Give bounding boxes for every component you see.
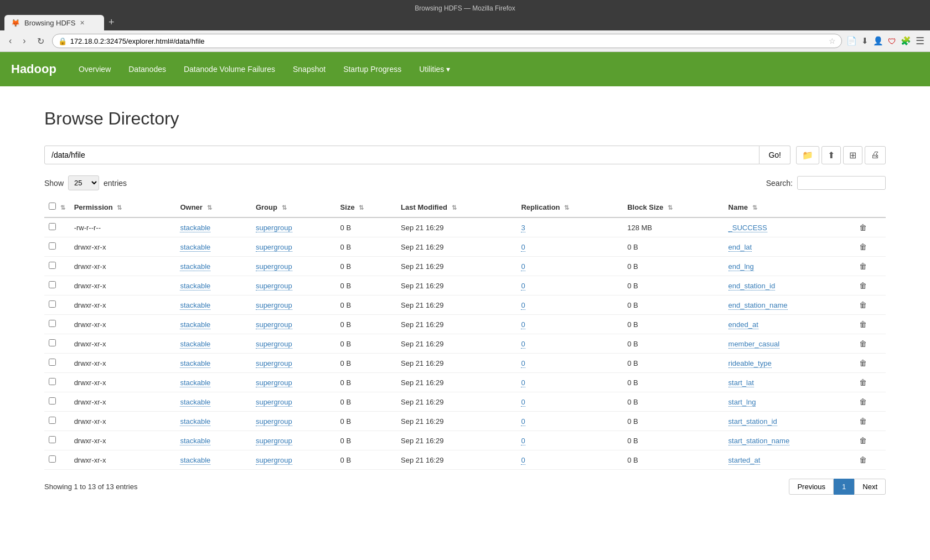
owner-link[interactable]: stackable <box>180 456 210 465</box>
delete-button[interactable]: 🗑 <box>859 339 867 348</box>
search-input[interactable] <box>797 176 886 190</box>
url-input[interactable] <box>70 37 825 45</box>
browser-tab[interactable]: 🦊 Browsing HDFS × <box>4 15 104 30</box>
forward-button[interactable]: › <box>19 35 29 47</box>
owner-link[interactable]: stackable <box>180 320 210 329</box>
shield-icon[interactable]: 🛡 <box>888 37 896 46</box>
group-link[interactable]: supergroup <box>256 456 292 465</box>
new-tab-button[interactable]: + <box>106 14 117 30</box>
group-link[interactable]: supergroup <box>256 243 292 252</box>
delete-button[interactable]: 🗑 <box>859 455 867 464</box>
tab-close-button[interactable]: × <box>80 18 84 27</box>
group-link[interactable]: supergroup <box>256 301 292 310</box>
owner-link[interactable]: stackable <box>180 359 210 368</box>
replication-link[interactable]: 0 <box>521 398 525 407</box>
name-link[interactable]: ended_at <box>728 320 758 329</box>
extensions-icon[interactable]: 🧩 <box>901 36 911 46</box>
row-checkbox[interactable] <box>49 223 56 230</box>
col-group[interactable]: Group ⇅ <box>251 197 336 217</box>
owner-link[interactable]: stackable <box>180 224 210 232</box>
delete-button[interactable]: 🗑 <box>859 397 867 406</box>
table-action-button[interactable]: ⊞ <box>843 146 862 164</box>
group-link[interactable]: supergroup <box>256 437 292 445</box>
replication-link[interactable]: 0 <box>521 243 525 252</box>
row-checkbox[interactable] <box>49 242 56 250</box>
menu-icon[interactable]: ☰ <box>916 35 924 47</box>
row-checkbox[interactable] <box>49 436 56 443</box>
group-link[interactable]: supergroup <box>256 378 292 387</box>
nav-startup-progress[interactable]: Startup Progress <box>334 54 410 85</box>
refresh-button[interactable]: ↻ <box>34 35 48 48</box>
name-link[interactable]: start_station_id <box>728 417 777 426</box>
owner-link[interactable]: stackable <box>180 398 210 407</box>
delete-button[interactable]: 🗑 <box>859 320 867 329</box>
col-permission[interactable]: Permission ⇅ <box>70 197 176 217</box>
owner-link[interactable]: stackable <box>180 301 210 310</box>
delete-button[interactable]: 🗑 <box>859 359 867 367</box>
name-link[interactable]: member_casual <box>728 340 780 349</box>
nav-utilities[interactable]: Utilities ▾ <box>410 54 459 85</box>
go-button[interactable]: Go! <box>760 146 790 164</box>
row-checkbox[interactable] <box>49 320 56 327</box>
replication-link[interactable]: 0 <box>521 456 525 465</box>
upload-action-button[interactable]: ⬆ <box>822 146 841 164</box>
row-checkbox[interactable] <box>49 359 56 366</box>
row-checkbox[interactable] <box>49 281 56 288</box>
nav-datanode-volume-failures[interactable]: Datanode Volume Failures <box>175 54 284 85</box>
group-link[interactable]: supergroup <box>256 320 292 329</box>
row-checkbox[interactable] <box>49 339 56 346</box>
row-checkbox[interactable] <box>49 397 56 405</box>
path-input[interactable] <box>44 146 760 164</box>
replication-link[interactable]: 0 <box>521 340 525 349</box>
replication-link[interactable]: 0 <box>521 301 525 310</box>
name-link[interactable]: _SUCCESS <box>728 224 767 232</box>
group-link[interactable]: supergroup <box>256 224 292 232</box>
delete-button[interactable]: 🗑 <box>859 300 867 309</box>
reader-icon[interactable]: 📄 <box>846 36 857 46</box>
owner-link[interactable]: stackable <box>180 262 210 271</box>
owner-link[interactable]: stackable <box>180 282 210 291</box>
name-link[interactable]: rideable_type <box>728 359 772 368</box>
group-link[interactable]: supergroup <box>256 417 292 426</box>
delete-button[interactable]: 🗑 <box>859 436 867 445</box>
col-owner[interactable]: Owner ⇅ <box>175 197 251 217</box>
name-link[interactable]: end_lng <box>728 262 754 271</box>
group-link[interactable]: supergroup <box>256 359 292 368</box>
owner-link[interactable]: stackable <box>180 340 210 349</box>
nav-snapshot[interactable]: Snapshot <box>284 54 334 85</box>
replication-link[interactable]: 3 <box>521 224 525 232</box>
name-link[interactable]: started_at <box>728 456 761 465</box>
owner-link[interactable]: stackable <box>180 437 210 445</box>
replication-link[interactable]: 0 <box>521 378 525 387</box>
name-link[interactable]: end_station_id <box>728 282 776 291</box>
folder-action-button[interactable]: 📁 <box>796 146 819 164</box>
name-link[interactable]: start_lng <box>728 398 756 407</box>
group-link[interactable]: supergroup <box>256 340 292 349</box>
row-checkbox[interactable] <box>49 262 56 269</box>
delete-button[interactable]: 🗑 <box>859 262 867 271</box>
replication-link[interactable]: 0 <box>521 320 525 329</box>
replication-link[interactable]: 0 <box>521 262 525 271</box>
group-link[interactable]: supergroup <box>256 282 292 291</box>
replication-link[interactable]: 0 <box>521 417 525 426</box>
col-block-size[interactable]: Block Size ⇅ <box>623 197 724 217</box>
profile-icon[interactable]: 👤 <box>873 36 884 46</box>
delete-button[interactable]: 🗑 <box>859 223 867 232</box>
owner-link[interactable]: stackable <box>180 378 210 387</box>
delete-button[interactable]: 🗑 <box>859 417 867 426</box>
group-link[interactable]: supergroup <box>256 398 292 407</box>
bookmark-icon[interactable]: ☆ <box>829 37 836 45</box>
page-1-button[interactable]: 1 <box>834 479 854 495</box>
nav-datanodes[interactable]: Datanodes <box>120 54 175 85</box>
print-action-button[interactable]: 🖨 <box>865 146 886 164</box>
previous-button[interactable]: Previous <box>789 479 834 495</box>
row-checkbox[interactable] <box>49 378 56 385</box>
replication-link[interactable]: 0 <box>521 282 525 291</box>
replication-link[interactable]: 0 <box>521 359 525 368</box>
back-button[interactable]: ‹ <box>6 35 15 47</box>
nav-overview[interactable]: Overview <box>70 54 120 85</box>
name-link[interactable]: start_station_name <box>728 437 790 445</box>
entries-select[interactable]: 10 25 50 100 <box>68 175 99 190</box>
owner-link[interactable]: stackable <box>180 243 210 252</box>
delete-button[interactable]: 🗑 <box>859 242 867 251</box>
